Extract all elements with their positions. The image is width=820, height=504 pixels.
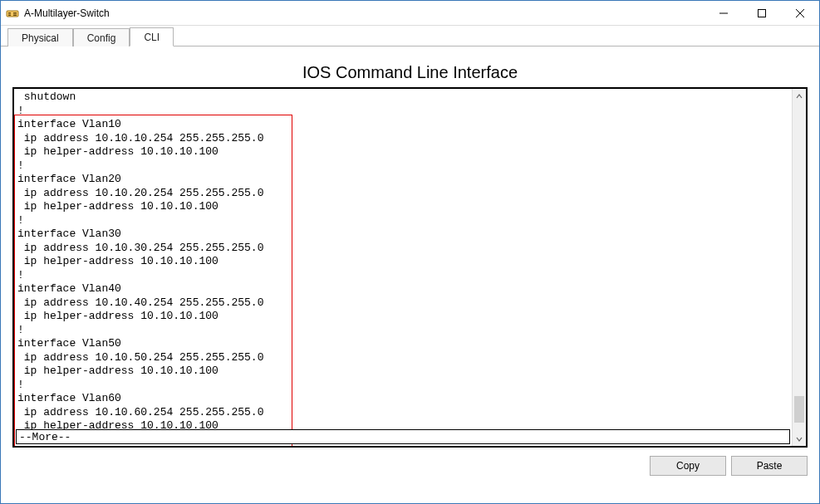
terminal-line: ip address 10.10.40.254 255.255.255.0 (17, 296, 263, 309)
tab-bar: Physical Config CLI (1, 26, 819, 46)
terminal-line: ! (17, 379, 24, 391)
terminal-scrollbar[interactable] (792, 89, 806, 446)
tab-physical[interactable]: Physical (7, 28, 73, 46)
terminal-area: shutdown ! interface Vlan10 ip address 1… (12, 87, 808, 448)
page-title: IOS Command Line Interface (12, 63, 808, 82)
titlebar: A-Multilayer-Switch (1, 1, 819, 26)
scroll-down-icon[interactable] (793, 432, 806, 446)
terminal-line: ! (17, 324, 24, 336)
terminal-line: interface Vlan30 (17, 228, 121, 240)
scroll-up-icon[interactable] (793, 89, 806, 103)
terminal-line: ip address 10.10.60.254 255.255.255.0 (17, 406, 263, 418)
content-area: IOS Command Line Interface shutdown ! in… (1, 46, 819, 484)
button-row: Copy Paste (12, 456, 808, 476)
terminal-line: ip address 10.10.30.254 255.255.255.0 (17, 242, 263, 254)
terminal-line: ! (17, 214, 24, 227)
minimize-button[interactable] (705, 1, 743, 25)
terminal-line: ! (17, 269, 24, 281)
terminal-line: interface Vlan20 (17, 173, 121, 185)
terminal-line: ip helper-address 10.10.10.100 (17, 310, 219, 322)
copy-button[interactable]: Copy (650, 456, 726, 476)
terminal-line: ip address 10.10.50.254 255.255.255.0 (17, 351, 263, 364)
window-title: A-Multilayer-Switch (24, 7, 110, 19)
maximize-button[interactable] (743, 1, 781, 25)
terminal-line: ip helper-address 10.10.10.100 (17, 200, 219, 213)
scroll-thumb[interactable] (794, 396, 804, 423)
paste-button[interactable]: Paste (731, 456, 808, 476)
terminal-input[interactable]: --More-- (16, 429, 790, 444)
close-button[interactable] (781, 1, 819, 25)
terminal-line: interface Vlan40 (17, 282, 121, 295)
terminal-line: shutdown (17, 91, 76, 103)
terminal-line: ip address 10.10.10.254 255.255.255.0 (17, 132, 263, 144)
terminal-line: ip address 10.10.20.254 255.255.255.0 (17, 187, 263, 199)
terminal-line: interface Vlan50 (17, 337, 121, 350)
svg-rect-3 (13, 12, 17, 14)
terminal-line: interface Vlan60 (17, 392, 121, 404)
window-controls (705, 1, 819, 25)
terminal-line: ! (17, 105, 24, 117)
terminal-line: ip helper-address 10.10.10.100 (17, 365, 219, 377)
terminal-line: ip helper-address 10.10.10.100 (17, 255, 219, 267)
terminal-line: ! (17, 159, 24, 172)
tab-cli[interactable]: CLI (130, 27, 174, 46)
terminal-output[interactable]: shutdown ! interface Vlan10 ip address 1… (14, 89, 806, 446)
tab-config[interactable]: Config (73, 28, 130, 46)
device-icon (6, 7, 19, 20)
svg-rect-1 (8, 12, 11, 14)
svg-rect-6 (759, 9, 766, 17)
terminal-line: interface Vlan10 (17, 118, 121, 130)
terminal-input-text: --More-- (19, 431, 71, 443)
svg-rect-4 (13, 14, 17, 16)
svg-rect-2 (8, 14, 11, 16)
terminal-line: ip helper-address 10.10.10.100 (17, 145, 219, 158)
